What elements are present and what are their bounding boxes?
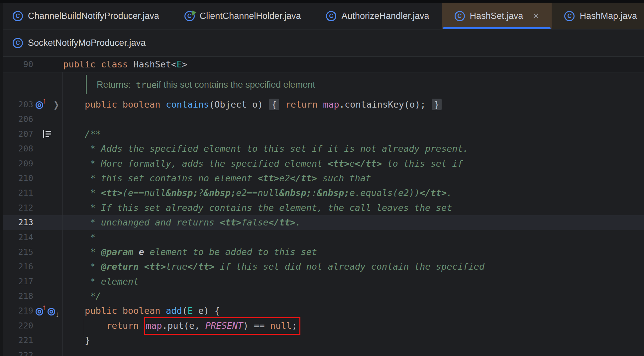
code-line-212[interactable]: 212 * If this set already contains the e… bbox=[0, 201, 644, 215]
sticky-class-header[interactable]: 90 public class HashSet<E> bbox=[0, 57, 644, 72]
tab-label: AuthorizeHandler.java bbox=[341, 11, 429, 21]
code-line-213[interactable]: 213 * unchanged and returns <tt>false</t… bbox=[0, 215, 644, 230]
tab-label: ClientChannelHolder.java bbox=[200, 11, 301, 21]
code-text[interactable]: * If this set already contains the eleme… bbox=[63, 201, 644, 215]
line-number[interactable]: 207 bbox=[0, 127, 33, 141]
code-line-206[interactable]: 206 bbox=[0, 112, 644, 127]
code-editor[interactable]: 203↑❯ public boolean contains(Object o) … bbox=[0, 97, 644, 356]
gutter-icons bbox=[35, 289, 61, 304]
code-line-211[interactable]: 211 * <tt>(e==null&nbsp;?&nbsp;e2==null&… bbox=[0, 186, 644, 200]
code-text[interactable]: * @param e element to be added to this s… bbox=[63, 245, 644, 259]
code-line-208[interactable]: 208 * Adds the specified element to this… bbox=[0, 141, 644, 156]
code-text[interactable]: } bbox=[63, 333, 644, 348]
code-text[interactable]: */ bbox=[63, 289, 644, 304]
code-text[interactable]: * More formally, adds the specified elem… bbox=[63, 156, 644, 171]
code-line-220[interactable]: 220 return map.put(e, PRESENT) == null; bbox=[0, 318, 644, 333]
line-number[interactable]: 221 bbox=[0, 333, 33, 348]
code-token: <tt> bbox=[328, 158, 350, 169]
tab-socketnotifymoproducer-java[interactable]: CSocketNotifyMoProducer.java bbox=[0, 30, 158, 56]
code-text[interactable] bbox=[63, 112, 644, 127]
line-number[interactable]: 209 bbox=[0, 156, 33, 171]
line-number[interactable]: 203 bbox=[0, 97, 33, 112]
code-text[interactable]: * unchanged and returns <tt>false</tt>. bbox=[63, 215, 644, 230]
code-text[interactable]: * @return <tt>true</tt> if this set did … bbox=[63, 259, 644, 274]
code-line-214[interactable]: 214 * bbox=[0, 230, 644, 245]
code-text[interactable]: * bbox=[63, 230, 644, 245]
code-line-219[interactable]: 219↑↓ public boolean add(E e) { bbox=[0, 304, 644, 318]
line-number[interactable]: 216 bbox=[0, 259, 33, 274]
code-line-216[interactable]: 216 * @return <tt>true</tt> if this set … bbox=[0, 259, 644, 274]
tab-authorizehandler-java[interactable]: CAuthorizeHandler.java bbox=[313, 3, 442, 29]
code-text[interactable]: * this set contains no element <tt>e2</t… bbox=[63, 171, 644, 186]
code-token: element to be added to this set bbox=[144, 247, 317, 257]
overrides-method-icon[interactable]: ↑ bbox=[35, 305, 46, 317]
line-number[interactable]: 206 bbox=[0, 112, 33, 127]
line-number[interactable]: 214 bbox=[0, 230, 33, 245]
window-top-edge bbox=[0, 0, 644, 3]
line-number[interactable]: 217 bbox=[0, 274, 33, 289]
code-line-222[interactable]: 222 bbox=[0, 348, 644, 356]
gutter-icons bbox=[35, 274, 61, 289]
code-line-221[interactable]: 221 } bbox=[0, 333, 644, 348]
close-tab-icon[interactable]: ✕ bbox=[533, 12, 539, 21]
line-number[interactable]: 208 bbox=[0, 141, 33, 156]
code-token: @return bbox=[101, 261, 139, 272]
code-token bbox=[63, 306, 85, 316]
gutter-icons bbox=[35, 259, 61, 274]
code-token: (Object o) bbox=[209, 99, 268, 110]
line-number[interactable]: 220 bbox=[0, 318, 33, 333]
line-number[interactable]: 222 bbox=[0, 348, 33, 356]
icon-inner-circle bbox=[50, 310, 53, 313]
code-token: { bbox=[269, 99, 279, 110]
gutter-icons bbox=[35, 141, 61, 156]
sticky-code[interactable]: public class HashSet<E> bbox=[63, 57, 644, 72]
code-token: . bbox=[447, 188, 452, 198]
code-token bbox=[318, 99, 323, 110]
tab-channelbuildnotifyproducer-java[interactable]: CChannelBuildNotifyProducer.java bbox=[0, 3, 172, 29]
code-text[interactable]: return map.put(e, PRESENT) == null; bbox=[63, 318, 644, 333]
code-text[interactable]: * Adds the specified element to this set… bbox=[63, 141, 644, 156]
code-line-217[interactable]: 217 * element bbox=[0, 274, 644, 289]
icon-bar bbox=[46, 134, 51, 134]
code-line-209[interactable]: 209 * More formally, adds the specified … bbox=[0, 156, 644, 171]
code-text[interactable]: public boolean contains(Object o) { retu… bbox=[63, 97, 644, 112]
line-number[interactable]: 211 bbox=[0, 186, 33, 200]
java-class-icon: C bbox=[326, 11, 336, 21]
code-token: such that bbox=[317, 173, 371, 183]
code-text[interactable] bbox=[63, 348, 644, 356]
tab-clientchannelholder-java[interactable]: CClientChannelHolder.java bbox=[172, 3, 314, 29]
line-number[interactable]: 215 bbox=[0, 245, 33, 259]
code-line-218[interactable]: 218 */ bbox=[0, 289, 644, 304]
overrides-method-icon[interactable]: ↑ bbox=[35, 99, 46, 111]
code-token: e) { bbox=[193, 306, 220, 316]
code-line-207[interactable]: 207 /** bbox=[0, 127, 644, 141]
gutter-icons bbox=[35, 127, 61, 141]
code-text[interactable]: * element bbox=[63, 274, 644, 289]
fold-chevron-icon[interactable]: ❯ bbox=[53, 95, 59, 114]
code-line-215[interactable]: 215 * @param e element to be added to th… bbox=[0, 245, 644, 259]
code-token: . bbox=[295, 217, 301, 227]
toggle-rendered-doc-icon[interactable] bbox=[43, 130, 52, 138]
code-token: <tt> bbox=[258, 173, 279, 183]
line-number[interactable]: 212 bbox=[0, 201, 33, 215]
code-text[interactable]: * <tt>(e==null&nbsp;?&nbsp;e2==null&nbsp… bbox=[63, 186, 644, 200]
code-token: * bbox=[63, 247, 101, 257]
code-line-210[interactable]: 210 * this set contains no element <tt>e… bbox=[0, 171, 644, 186]
tab-hashset-java[interactable]: CHashSet.java✕ bbox=[442, 3, 552, 29]
line-number[interactable]: 210 bbox=[0, 171, 33, 186]
line-number[interactable]: 218 bbox=[0, 289, 33, 304]
tab-hashmap-java[interactable]: CHashMap.java bbox=[552, 3, 644, 29]
line-number[interactable]: 213 bbox=[0, 215, 33, 230]
line-number[interactable]: 219 bbox=[0, 304, 33, 318]
code-line-203[interactable]: 203↑❯ public boolean contains(Object o) … bbox=[0, 97, 644, 112]
code-token bbox=[63, 99, 85, 110]
code-text[interactable]: /** bbox=[63, 127, 644, 141]
code-token: * If this set already contains the eleme… bbox=[63, 203, 452, 213]
method-is-overridden-icon[interactable]: ↓ bbox=[47, 305, 57, 317]
gutter-icons bbox=[35, 245, 61, 259]
code-text[interactable]: public boolean add(E e) { bbox=[63, 304, 644, 318]
tab-label: SocketNotifyMoProducer.java bbox=[28, 38, 146, 48]
doc-returns-label: Returns: bbox=[97, 80, 131, 90]
gutter-icons bbox=[35, 156, 61, 171]
code-token: E bbox=[176, 59, 182, 69]
